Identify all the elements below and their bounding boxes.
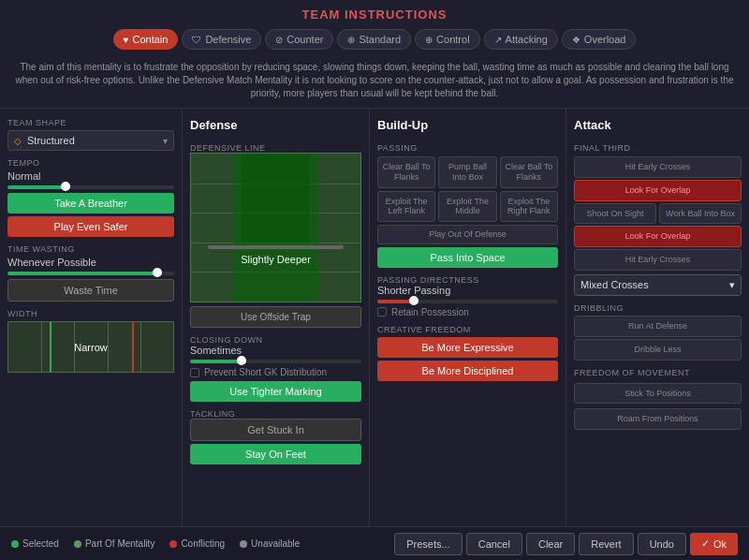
mentality-dot (74, 540, 81, 548)
legend-mentality: Part Of Mentality (74, 538, 154, 549)
team-shape-select[interactable]: ◇ Structured ▾ (7, 130, 174, 151)
ok-label: Ok (713, 538, 727, 550)
get-stuck-in-button[interactable]: Get Stuck In (190, 419, 361, 441)
tempo-label: TEMPO (7, 158, 174, 168)
legend-unavailable: Unavailable (240, 538, 300, 549)
work-ball-box-button[interactable]: Work Ball Into Box (659, 203, 742, 225)
tab-control-label: Control (436, 34, 469, 45)
team-shape-value: Structured (27, 135, 157, 146)
shoot-on-sight-button[interactable]: Shoot On Sight (574, 203, 656, 225)
tighter-marking-button[interactable]: Use Tighter Marking (190, 381, 361, 402)
final-third-label: FINAL THIRD (574, 143, 742, 153)
closing-down-slider[interactable] (190, 360, 361, 363)
retain-possession-checkbox[interactable] (377, 307, 387, 317)
tempo-slider[interactable] (7, 185, 174, 189)
crossing-dropdown[interactable]: Mixed Crosses ▾ (574, 274, 742, 296)
chevron-down-icon: ▾ (163, 136, 168, 146)
control-icon: ⊕ (425, 35, 433, 45)
description-text: The aim of this mentality is to frustrat… (0, 55, 749, 109)
creative-freedom-label: CREATIVE FREEDOM (377, 325, 558, 334)
tab-standard[interactable]: ⊕ Standard (337, 29, 411, 50)
waste-time-button[interactable]: Waste Time (7, 279, 174, 302)
unavailable-dot (240, 540, 247, 548)
undo-button[interactable]: Undo (638, 533, 686, 555)
hit-early-crosses-1-button[interactable]: Hit Early Crosses (574, 156, 742, 178)
team-shape-label: TEAM SHAPE (7, 118, 174, 127)
freedom-movement-label: FREEDOM OF MOVEMENT (574, 368, 742, 377)
passing-directness-slider[interactable] (377, 300, 558, 303)
tab-control[interactable]: ⊕ Control (415, 29, 479, 50)
exploit-left-button[interactable]: Exploit The Left Flank (377, 191, 435, 223)
main-content: TEAM SHAPE ◇ Structured ▾ TEMPO Normal (0, 109, 749, 526)
attacking-icon: ↗ (494, 35, 502, 45)
ok-button[interactable]: ✓ Ok (690, 533, 738, 555)
heart-icon: ♥ (124, 35, 129, 45)
attack-panel: Attack FINAL THIRD Hit Early Crosses Loo… (566, 109, 749, 526)
prevent-gk-checkbox[interactable] (190, 368, 199, 377)
play-out-defense-button[interactable]: Play Out Of Defense (377, 225, 558, 244)
take-breather-button[interactable]: Take A Breather (7, 193, 174, 214)
tab-overload[interactable]: ❖ Overload (562, 29, 637, 50)
tab-counter[interactable]: ⊘ Counter (265, 29, 333, 50)
legend-selected: Selected (11, 538, 59, 549)
tab-defensive-label: Defensive (205, 34, 251, 45)
more-expressive-button[interactable]: Be More Expressive (377, 337, 558, 358)
buildup-title: Build-Up (377, 118, 558, 132)
pass-into-space-button[interactable]: Pass Into Space (377, 247, 558, 268)
conflicting-dot (169, 540, 177, 548)
tab-attacking[interactable]: ↗ Attacking (484, 29, 558, 50)
look-overlap-2-button[interactable]: Look For Overlap (574, 226, 742, 247)
width-value: Narrow (74, 342, 107, 353)
passing-label: PASSING (377, 143, 558, 153)
offside-trap-button[interactable]: Use Offside Trap (190, 306, 361, 328)
legend-unavailable-label: Unavailable (251, 538, 300, 549)
tab-overload-label: Overload (584, 34, 626, 45)
more-disciplined-button[interactable]: Be More Disciplined (377, 361, 558, 381)
footer-actions: Presets... Cancel Clear Revert Undo ✓ Ok (394, 533, 738, 555)
time-wasting-value: Whenever Possible (7, 257, 174, 268)
shield-icon: 🛡 (192, 35, 201, 45)
tab-defensive[interactable]: 🛡 Defensive (182, 29, 261, 50)
buildup-panel: Build-Up PASSING Clear Ball To Flanks Pu… (370, 109, 566, 526)
tab-contain[interactable]: ♥ Contain (113, 29, 179, 50)
standard-icon: ⊕ (347, 35, 355, 45)
defense-title: Defense (190, 118, 361, 132)
width-visualization: Narrow (7, 321, 174, 373)
tackling-label: TACKLING (190, 409, 361, 419)
clear-ball-flanks-2-button[interactable]: Clear Ball To Flanks (500, 156, 558, 188)
run-at-defense-button[interactable]: Run At Defense (574, 316, 742, 337)
selected-dot (11, 540, 19, 548)
passing-directness-value: Shorter Passing (377, 285, 558, 296)
clear-button[interactable]: Clear (526, 533, 575, 555)
clear-ball-flanks-1-button[interactable]: Clear Ball To Flanks (377, 156, 435, 188)
exploit-right-button[interactable]: Exploit The Right Flank (500, 191, 558, 223)
look-overlap-1-button[interactable]: Look For Overlap (574, 180, 742, 201)
counter-icon: ⊘ (275, 35, 283, 45)
defense-panel: Defense DEFENSIVE LINE Slig (183, 109, 370, 526)
roam-positions-button[interactable]: Roam From Positions (574, 408, 742, 430)
revert-button[interactable]: Revert (579, 533, 633, 555)
pump-ball-box-button[interactable]: Pump Ball Into Box (438, 156, 496, 188)
width-label: WIDTH (7, 309, 174, 318)
checkmark-icon: ✓ (701, 538, 710, 550)
diamond-icon: ◇ (14, 136, 22, 146)
stick-positions-button[interactable]: Stick To Positions (574, 383, 742, 405)
attack-title: Attack (574, 118, 742, 132)
cancel-button[interactable]: Cancel (466, 533, 522, 555)
play-even-safer-button[interactable]: Play Even Safer (7, 216, 174, 237)
exploit-middle-button[interactable]: Exploit The Middle (438, 191, 496, 223)
legend-mentality-label: Part Of Mentality (85, 538, 154, 549)
time-wasting-label: TIME WASTING (7, 244, 174, 254)
time-wasting-slider[interactable] (7, 272, 174, 275)
prevent-gk-row: Prevent Short GK Distribution (190, 367, 361, 377)
dribble-less-button[interactable]: Dribble Less (574, 339, 742, 361)
stay-on-feet-button[interactable]: Stay On Feet (190, 444, 361, 464)
tab-contain-label: Contain (132, 34, 168, 45)
legend-conflicting: Conflicting (169, 538, 225, 549)
hit-early-crosses-2-button[interactable]: Hit Early Crosses (574, 249, 742, 271)
presets-button[interactable]: Presets... (394, 533, 462, 555)
overload-icon: ❖ (572, 35, 580, 45)
tempo-value: Normal (7, 170, 174, 182)
def-line-value: Slightly Deeper (191, 254, 360, 265)
retain-possession-label: Retain Possession (391, 307, 469, 317)
